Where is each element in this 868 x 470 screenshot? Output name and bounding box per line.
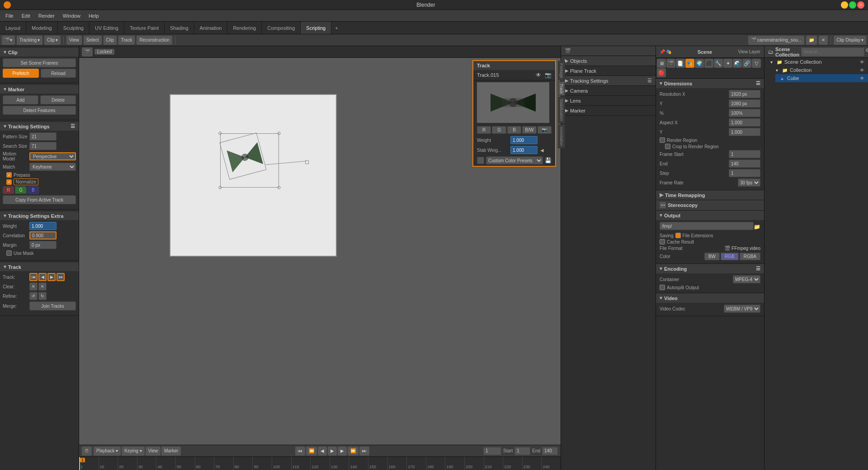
scene-icon[interactable]: 🎭 xyxy=(685,59,694,68)
track-b-button[interactable]: B xyxy=(507,126,521,134)
weight-popup-input[interactable] xyxy=(510,136,538,144)
tracking-context-button[interactable]: Tracking ▾ xyxy=(17,36,42,45)
scene-scene-icon[interactable]: 🎭 xyxy=(666,49,671,54)
stab-weight-expand[interactable]: ◀ xyxy=(540,148,544,153)
view-layer-icon[interactable]: 📑 xyxy=(676,59,685,68)
use-mask-checkbox[interactable] xyxy=(6,250,12,256)
copy-from-active-track-button[interactable]: Copy From Active Track xyxy=(3,195,76,204)
menu-render[interactable]: Render xyxy=(35,12,58,19)
particles-icon[interactable]: ✦ xyxy=(723,59,732,68)
prepass-checkbox[interactable] xyxy=(6,172,12,178)
playhead[interactable] xyxy=(79,457,80,470)
end-frame-input[interactable] xyxy=(542,447,558,455)
folder-button[interactable]: 📁 xyxy=(806,36,817,45)
reload-button[interactable]: Reload xyxy=(41,69,76,78)
data-icon[interactable]: ▽ xyxy=(752,59,761,68)
material-icon[interactable]: 🔴 xyxy=(657,68,666,77)
menu-edit[interactable]: Edit xyxy=(18,12,34,19)
normalize-checkbox[interactable] xyxy=(6,179,12,185)
tracking-settings-header[interactable]: ▾ Tracking Settings ☰ xyxy=(0,122,79,131)
scene-coll-vis[interactable]: 👁 xyxy=(860,60,864,65)
stab-weight-input[interactable] xyxy=(510,146,538,154)
stabilization-tab[interactable]: Stabilization xyxy=(558,97,565,123)
file-format-value[interactable]: FFmpeg video xyxy=(731,246,760,251)
ts-list-icon[interactable]: ☰ xyxy=(71,123,75,129)
tracking-settings-extra-header[interactable]: ▾ Tracking Settings Extra xyxy=(0,212,79,220)
next-keyframe-button[interactable]: ⏩ xyxy=(348,446,359,456)
output-props-icon[interactable]: 🎬 xyxy=(666,59,675,68)
tab-shading[interactable]: Shading xyxy=(165,22,194,34)
minimize-button[interactable]: — xyxy=(841,1,848,9)
outliner-cube[interactable]: ▲ Cube 👁 xyxy=(775,74,868,82)
add-workspace-button[interactable]: + xyxy=(331,24,341,33)
annotation-tab[interactable]: Annotation xyxy=(558,124,565,148)
tab-uv-editing[interactable]: UV Editing xyxy=(90,22,124,34)
tab-animation[interactable]: Animation xyxy=(194,22,228,34)
objects-header[interactable]: ▶ Objects xyxy=(561,56,656,66)
close-button[interactable]: ✕ xyxy=(857,1,864,9)
track-g-button[interactable]: G xyxy=(492,126,506,134)
view-menu[interactable]: View xyxy=(66,36,82,45)
join-tracks-button[interactable]: Join Tracks xyxy=(29,301,76,310)
view-dropdown[interactable]: View xyxy=(146,446,161,456)
track-menu[interactable]: Track xyxy=(118,36,135,45)
right-tracking-settings-header[interactable]: ▶ Tracking Settings ☰ xyxy=(561,76,656,85)
constraints-icon[interactable]: 🔗 xyxy=(742,59,751,68)
custom-color-save[interactable]: 💾 xyxy=(545,157,552,164)
add-marker-button[interactable]: Add xyxy=(3,95,38,104)
timeline-type-button[interactable]: ⏱ xyxy=(82,446,92,456)
outliner-collection[interactable]: ▾ 📁 Collection 👁 xyxy=(770,66,868,74)
prefetch-button[interactable]: Prefetch xyxy=(3,69,39,78)
tab-texture-paint[interactable]: Texture Paint xyxy=(124,22,165,34)
file-ext-checkbox[interactable] xyxy=(675,233,681,238)
dim-list-icon[interactable]: ☰ xyxy=(756,80,760,86)
file-label[interactable]: 🎬 cameratracking_sou... xyxy=(748,36,804,45)
end-input[interactable] xyxy=(729,160,760,168)
next-frame-button[interactable]: ▶ xyxy=(338,446,347,456)
track-tab[interactable]: Track xyxy=(558,81,565,96)
menu-file[interactable]: File xyxy=(2,12,17,19)
modifier-icon[interactable]: 🔧 xyxy=(714,59,723,68)
viewport-body[interactable]: Track Track.015 👁 📷 xyxy=(79,58,561,445)
outliner-scene-collection[interactable]: ▾ 📁 Scene Collection 👁 xyxy=(764,58,868,66)
time-remapping-header[interactable]: ▶ Time Remapping xyxy=(656,190,764,200)
tab-scripting[interactable]: Scripting xyxy=(301,22,331,34)
render-props-icon[interactable]: 🖥 xyxy=(657,59,666,68)
delete-marker-button[interactable]: Delete xyxy=(40,95,76,104)
clip-menu[interactable]: Clip xyxy=(104,36,117,45)
pattern-size-input[interactable] xyxy=(29,132,57,141)
clear-back-button[interactable]: ✕ xyxy=(29,282,38,291)
res-y-input[interactable] xyxy=(729,99,760,108)
clear-forward-button[interactable]: ✕ xyxy=(38,282,47,291)
track-camera-icon[interactable]: 📷 xyxy=(545,72,552,78)
track-back-far-button[interactable]: ⏮ xyxy=(29,273,38,281)
menu-window[interactable]: Window xyxy=(59,12,84,19)
world-icon[interactable]: 🌍 xyxy=(695,59,704,68)
view-layer-label[interactable]: View Layer xyxy=(738,49,760,54)
object-icon[interactable]: ⬛ xyxy=(704,59,713,68)
track-section-header[interactable]: ▾ Track xyxy=(0,263,79,271)
tab-rendering[interactable]: Rendering xyxy=(227,22,262,34)
reconstruction-menu[interactable]: Reconstruction xyxy=(137,36,172,45)
track-forward-button[interactable]: ▶ xyxy=(47,273,56,281)
detect-features-button[interactable]: Detect Features xyxy=(3,106,76,115)
match-select[interactable]: Keyframe xyxy=(29,163,76,171)
step-input[interactable] xyxy=(729,169,760,177)
current-frame-input[interactable] xyxy=(483,447,501,455)
crop-render-checkbox[interactable] xyxy=(665,144,670,149)
track-r-button[interactable]: R xyxy=(477,126,491,134)
video-header[interactable]: ▾ Video xyxy=(656,293,764,303)
outliner-filter-icon[interactable]: ⚙ xyxy=(865,47,868,56)
track-cam-btn[interactable]: 📷 xyxy=(538,126,552,134)
stereoscopy-header[interactable]: 👓 Stereoscopy xyxy=(656,200,764,210)
prev-frame-button[interactable]: ◀ xyxy=(318,446,327,456)
playback-dropdown[interactable]: Playback ▾ xyxy=(94,446,121,456)
footage-tab[interactable]: Footage xyxy=(558,61,565,80)
autosplit-checkbox[interactable] xyxy=(660,285,665,290)
aspect-x-input[interactable] xyxy=(729,118,760,127)
bw-color-button[interactable]: BW xyxy=(704,253,720,260)
clip-button[interactable]: Clip ▾ xyxy=(44,36,61,45)
set-scene-frames-button[interactable]: Set Scene Frames xyxy=(3,58,76,67)
play-button[interactable]: ▶ xyxy=(328,446,337,456)
timeline-ruler[interactable]: 1 11020304050607080901001101201301401501… xyxy=(79,457,561,470)
